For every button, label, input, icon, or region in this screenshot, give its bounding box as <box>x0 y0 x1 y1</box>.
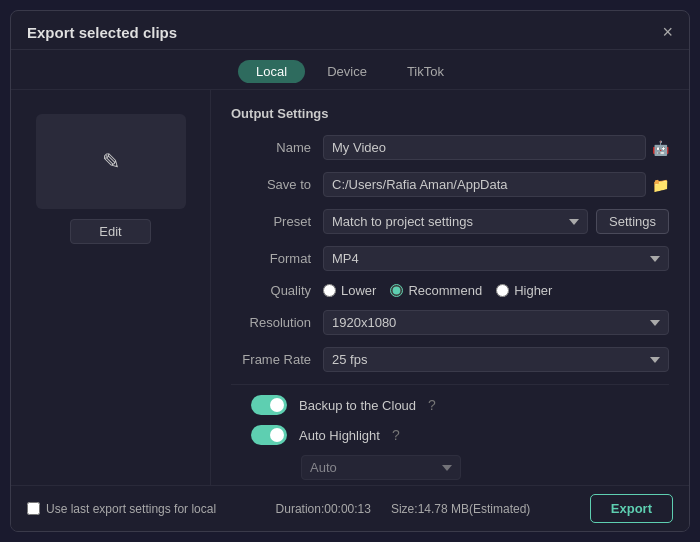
dialog-footer: Use last export settings for local Durat… <box>11 485 689 531</box>
export-button[interactable]: Export <box>590 494 673 523</box>
backup-cloud-toggle[interactable] <box>251 395 287 415</box>
auto-select-row: Auto <box>231 455 669 480</box>
auto-highlight-toggle[interactable] <box>251 425 287 445</box>
quality-recommend[interactable]: Recommend <box>390 283 482 298</box>
name-input-group: 🤖 <box>323 135 669 160</box>
divider <box>231 384 669 385</box>
quality-options: Lower Recommend Higher <box>323 283 669 298</box>
preset-label: Preset <box>231 214 311 229</box>
dialog-title: Export selected clips <box>27 24 177 41</box>
settings-panel: Output Settings Name 🤖 Save to 📁 Pres <box>211 90 689 485</box>
dialog-header: Export selected clips × <box>11 11 689 50</box>
resolution-select[interactable]: 1920x1080 <box>323 310 669 335</box>
saveto-input[interactable] <box>323 172 646 197</box>
format-select[interactable]: MP4 <box>323 246 669 271</box>
preset-input-group: Match to project settings Settings <box>323 209 669 234</box>
name-input[interactable] <box>323 135 646 160</box>
footer-left: Use last export settings for local <box>27 502 216 516</box>
preset-select[interactable]: Match to project settings <box>323 209 588 234</box>
use-last-settings-input[interactable] <box>27 502 40 515</box>
auto-select[interactable]: Auto <box>301 455 461 480</box>
quality-label: Quality <box>231 283 311 298</box>
resolution-row: Resolution 1920x1080 <box>231 310 669 335</box>
dialog-body: ✎ Edit Output Settings Name 🤖 Save to 📁 <box>11 90 689 485</box>
close-button[interactable]: × <box>662 23 673 41</box>
tab-tiktok[interactable]: TikTok <box>389 60 462 83</box>
size-label: Size:14.78 MB(Estimated) <box>391 502 530 516</box>
name-label: Name <box>231 140 311 155</box>
saveto-label: Save to <box>231 177 311 192</box>
framerate-row: Frame Rate 25 fps <box>231 347 669 372</box>
auto-highlight-label: Auto Highlight <box>299 428 380 443</box>
resolution-label: Resolution <box>231 315 311 330</box>
quality-higher[interactable]: Higher <box>496 283 552 298</box>
backup-cloud-help-icon[interactable]: ? <box>428 397 436 413</box>
preview-thumbnail: ✎ <box>36 114 186 209</box>
name-row: Name 🤖 <box>231 135 669 160</box>
framerate-select[interactable]: 25 fps <box>323 347 669 372</box>
quality-lower[interactable]: Lower <box>323 283 376 298</box>
use-last-settings-checkbox[interactable]: Use last export settings for local <box>27 502 216 516</box>
section-title: Output Settings <box>231 106 669 121</box>
quality-recommend-label: Recommend <box>408 283 482 298</box>
export-dialog: Export selected clips × Local Device Tik… <box>10 10 690 532</box>
auto-highlight-help-icon[interactable]: ? <box>392 427 400 443</box>
saveto-input-group: 📁 <box>323 172 669 197</box>
preview-panel: ✎ Edit <box>11 90 211 485</box>
preset-row: Preset Match to project settings Setting… <box>231 209 669 234</box>
quality-row: Quality Lower Recommend Higher <box>231 283 669 298</box>
pencil-icon: ✎ <box>102 149 120 175</box>
auto-highlight-row: Auto Highlight ? <box>231 425 669 445</box>
tab-device[interactable]: Device <box>309 60 385 83</box>
tab-bar: Local Device TikTok <box>11 50 689 90</box>
edit-button[interactable]: Edit <box>70 219 150 244</box>
settings-button[interactable]: Settings <box>596 209 669 234</box>
duration-label: Duration:00:00:13 <box>276 502 371 516</box>
format-row: Format MP4 <box>231 246 669 271</box>
format-label: Format <box>231 251 311 266</box>
ai-icon[interactable]: 🤖 <box>652 140 669 156</box>
framerate-label: Frame Rate <box>231 352 311 367</box>
use-last-settings-label: Use last export settings for local <box>46 502 216 516</box>
saveto-row: Save to 📁 <box>231 172 669 197</box>
quality-lower-label: Lower <box>341 283 376 298</box>
footer-center: Duration:00:00:13 Size:14.78 MB(Estimate… <box>276 502 531 516</box>
quality-higher-label: Higher <box>514 283 552 298</box>
backup-cloud-label: Backup to the Cloud <box>299 398 416 413</box>
folder-icon[interactable]: 📁 <box>652 177 669 193</box>
tab-local[interactable]: Local <box>238 60 305 83</box>
backup-cloud-row: Backup to the Cloud ? <box>231 395 669 415</box>
